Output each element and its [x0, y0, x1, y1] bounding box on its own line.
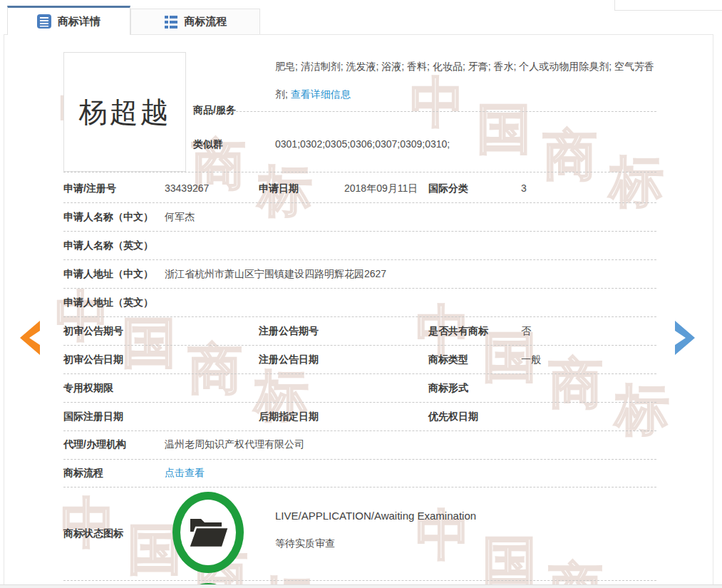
divider	[63, 580, 656, 581]
trademark-image: 杨超越	[63, 52, 186, 172]
divider	[63, 487, 656, 488]
field-row: 申请人名称（中文） 何军杰	[4, 210, 713, 224]
bottom-edge	[0, 584, 722, 588]
field-label: 初审公告期号	[63, 324, 123, 338]
divider	[63, 316, 656, 317]
field-label: 申请人名称（中文）	[63, 210, 153, 224]
field-row: 商标流程 点击查看	[4, 465, 713, 480]
tab-trademark-detail[interactable]: 商标详情	[7, 6, 130, 35]
divider	[63, 402, 656, 403]
field-label: 是否共有商标	[428, 324, 488, 338]
similar-group-value: 0301;0302;0305;0306;0307;0309;0310;	[275, 137, 450, 151]
field-label: 国际分类	[428, 181, 468, 195]
field-row: 专用权期限 商标形式	[4, 381, 713, 395]
field-value: 一般	[521, 352, 541, 366]
field-value: 浙江省杭州市萧山区宁围镇建设四路明辉花园2627	[165, 267, 386, 281]
field-row: 初审公告日期 注册公告日期 商标类型 一般	[4, 352, 713, 366]
field-label: 后期指定日期	[259, 409, 319, 423]
divider	[63, 231, 656, 232]
process-view-link[interactable]: 点击查看	[165, 465, 205, 480]
goods-detail-link[interactable]: 查看详细信息	[291, 88, 351, 100]
field-label: 申请人名称（英文）	[63, 238, 153, 252]
top-right-panel-edge	[614, 0, 722, 11]
divider	[193, 111, 656, 112]
divider	[63, 373, 656, 374]
field-value: 否	[521, 324, 531, 338]
field-row: 申请人地址（中文） 浙江省杭州市萧山区宁围镇建设四路明辉花园2627	[4, 267, 713, 281]
field-label: 商标类型	[428, 352, 468, 366]
divider	[63, 459, 656, 460]
goods-value: 肥皂; 清洁制剂; 洗发液; 浴液; 香料; 化妆品; 牙膏; 香水; 个人或动…	[275, 53, 660, 108]
field-row: 申请人名称（英文）	[4, 238, 713, 252]
chevron-right-icon[interactable]	[674, 320, 698, 356]
status-text-en: LIVE/APPLICATION/Awaiting Examination	[275, 510, 476, 522]
list-grid-icon	[164, 15, 178, 29]
field-label: 商标流程	[63, 465, 103, 480]
field-row: 国际注册日期 后期指定日期 优先权日期	[4, 409, 713, 423]
detail-panel: 中国商标 中国商标 中国商标 中国商标 中国商标 中国商标 杨超越	[4, 34, 713, 588]
field-label: 申请日期	[259, 181, 299, 195]
status-green-ring	[172, 492, 244, 573]
tab-label: 商标详情	[58, 15, 100, 29]
chevron-left-icon[interactable]	[17, 320, 41, 356]
status-text-cn: 等待实质审查	[275, 537, 335, 550]
field-label: 注册公告日期	[259, 352, 319, 366]
field-label: 注册公告期号	[259, 324, 319, 338]
divider	[63, 172, 656, 172]
field-value: 33439267	[165, 181, 209, 195]
divider	[63, 288, 656, 289]
field-label: 国际注册日期	[63, 409, 123, 423]
field-label: 商标形式	[428, 381, 468, 395]
field-row: 申请/注册号 33439267 申请日期 2018年09月11日 国际分类 3	[4, 181, 713, 195]
open-folder-icon	[187, 516, 229, 549]
field-label: 申请人地址（中文）	[63, 267, 153, 281]
field-value: 3	[521, 181, 527, 195]
field-value: 2018年09月11日	[344, 181, 418, 195]
field-label: 初审公告日期	[63, 352, 123, 366]
divider	[63, 430, 656, 431]
document-lines-icon	[37, 14, 51, 29]
tab-trademark-process[interactable]: 商标流程	[130, 9, 260, 34]
divider	[63, 202, 656, 203]
field-row: 申请人地址（英文）	[4, 295, 713, 309]
trademark-detail-page: 商标详情 商标流程 中国商标	[0, 0, 722, 588]
divider	[63, 259, 656, 260]
divider	[63, 345, 656, 346]
field-value: 温州老周知识产权代理有限公司	[165, 437, 304, 451]
status-label: 商标状态图标	[63, 526, 123, 540]
tab-label: 商标流程	[185, 15, 227, 29]
trademark-text: 杨超越	[79, 93, 171, 132]
field-value: 何军杰	[165, 210, 195, 224]
field-label: 申请/注册号	[63, 181, 116, 195]
field-row: 初审公告期号 注册公告期号 是否共有商标 否	[4, 324, 713, 338]
field-label: 专用权期限	[63, 381, 113, 395]
field-row: 代理/办理机构 温州老周知识产权代理有限公司	[4, 437, 713, 451]
field-label: 代理/办理机构	[63, 437, 126, 451]
similar-group-label: 类似群	[193, 137, 223, 151]
goods-label: 商品/服务	[193, 103, 236, 117]
field-label: 申请人地址（英文）	[63, 295, 153, 309]
field-label: 优先权日期	[428, 409, 478, 423]
